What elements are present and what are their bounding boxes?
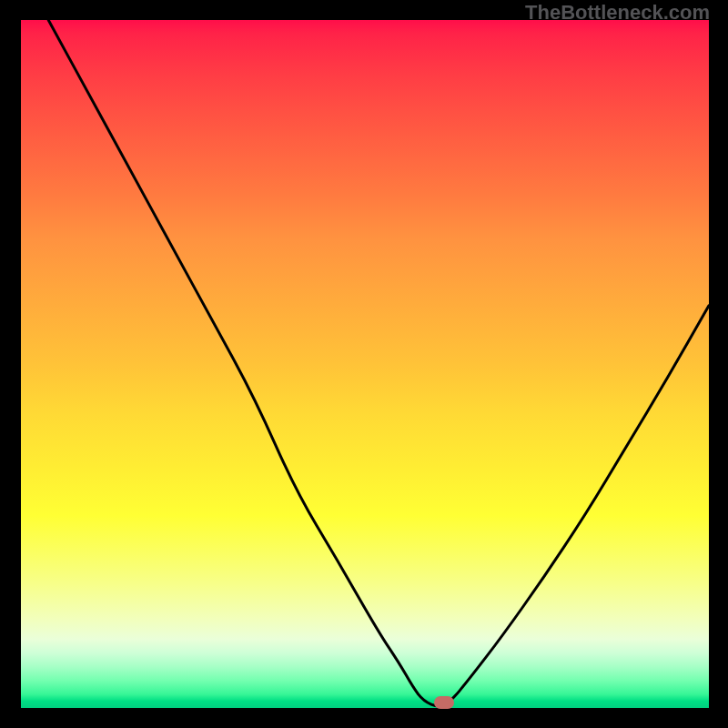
bottleneck-curve <box>21 20 709 708</box>
chart-frame: TheBottleneck.com <box>0 0 728 728</box>
plot-area <box>21 20 709 708</box>
watermark: TheBottleneck.com <box>525 1 710 25</box>
optimal-marker <box>434 696 454 709</box>
